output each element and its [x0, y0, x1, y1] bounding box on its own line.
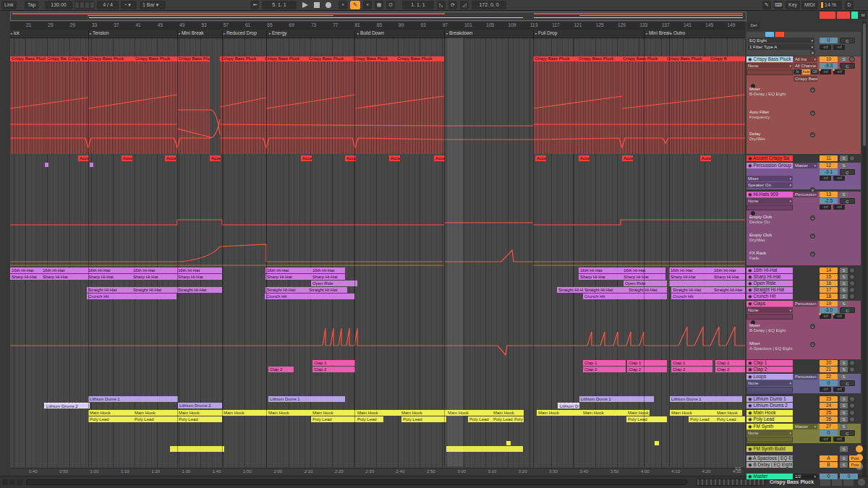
clip-16th-hi-hat[interactable]: 16th Hi-Hat [41, 267, 87, 273]
status-box-2[interactable] [9, 479, 15, 485]
del-button[interactable]: Del [748, 22, 760, 29]
monitor-off[interactable]: Off [811, 69, 819, 74]
track-name-b-delay-eq-eight[interactable]: ◉ B Delay | EQ Eight [746, 462, 793, 468]
send-b-field[interactable]: -inf [833, 176, 845, 181]
locator-ick[interactable]: ick [11, 30, 20, 35]
track-activator[interactable]: 24 [820, 403, 838, 408]
locator-full-drop[interactable]: Full Drop [535, 30, 557, 35]
arm-button[interactable] [849, 410, 855, 416]
send-a-field[interactable]: -inf [820, 69, 831, 74]
remove-lane-button[interactable]: − [810, 87, 815, 93]
io-selector[interactable]: All Ins [793, 56, 817, 62]
status-box-3[interactable] [17, 479, 22, 485]
device-selector[interactable]: EQ Eight [748, 38, 814, 43]
lane-parameter[interactable]: Fade [749, 256, 766, 261]
lane-parameter[interactable]: B-Delay | EQ Eight [749, 328, 786, 333]
clip-main-hook[interactable]: Main Hook [133, 410, 177, 416]
remove-lane-button[interactable]: − [810, 234, 815, 239]
clip-accen[interactable]: Accen [535, 155, 546, 161]
arrangement-overview[interactable] [10, 12, 746, 21]
send-b-field[interactable]: -inf [833, 437, 845, 442]
io-selector[interactable]: Percussion I [793, 374, 817, 380]
device-selector[interactable]: None [746, 307, 793, 313]
clip-sharp-hi-hat[interactable]: Sharp Hi-Hat [265, 274, 311, 280]
clip-crispy-bass-pluck[interactable]: Crispy Bass Pluck [533, 56, 577, 154]
clip-crispy-bass-pluck[interactable]: Crispy Bass Pluck [10, 56, 46, 154]
clip-clap-1[interactable]: Clap 1 [583, 360, 626, 366]
clip-main-hook[interactable]: Main Hook [177, 410, 222, 416]
clip-sharp-hi-hat[interactable]: Sharp Hi-Hat [712, 274, 745, 280]
clip-crispy-bass-pluck[interactable]: Crispy Bass Pluck [307, 56, 352, 154]
tab-icon-blue[interactable] [765, 32, 774, 37]
track-name-hi-hats-909[interactable]: ◉ Hi-Hats 909 [746, 192, 793, 197]
device-selector[interactable]: None [746, 430, 793, 436]
clip-lithium-drum[interactable]: Lithium Drum [558, 403, 579, 408]
clip-16th-hi-hat[interactable]: 16th Hi-Hat [579, 267, 622, 273]
track-name-16th-hi-hat[interactable]: ◉ 16th Hi-Hat [746, 267, 793, 273]
track-name-clap-2[interactable]: ◉ Clap 2 [746, 367, 793, 372]
solo-button[interactable]: S [840, 374, 848, 380]
clip-lithium-dums-1[interactable]: Lithium Dums 1 [579, 396, 654, 402]
clip-accen[interactable]: Accen [301, 155, 312, 161]
io-selector[interactable]: 1/2 [793, 474, 817, 479]
clip-accen[interactable]: Accen [389, 155, 400, 161]
clip-main-hook[interactable]: Main Hook [267, 410, 311, 416]
clip-16th-hi-hat[interactable]: 16th Hi-Hat [311, 267, 345, 273]
track-name-loops[interactable]: ◉ Loops [746, 374, 793, 380]
send-a-field[interactable]: -inf [820, 205, 831, 210]
punch-out-button[interactable]: ◿ [460, 1, 469, 9]
locator-build-down[interactable]: Build Down [357, 30, 384, 35]
device-selector[interactable]: None [746, 198, 793, 204]
solo-button[interactable]: S [840, 462, 848, 468]
device-selector[interactable]: None [746, 63, 793, 69]
lane-parameter[interactable]: Device On [749, 220, 772, 225]
track-activator[interactable]: 18 [820, 294, 838, 299]
clip-crispy-bass-pluck[interactable]: Crispy Bass Pluck [134, 56, 177, 154]
track-activator[interactable]: 21 [820, 367, 838, 372]
clip-accen[interactable]: Accen [122, 155, 132, 161]
mini-keyboard[interactable] [697, 479, 765, 486]
solo-button[interactable]: S [840, 267, 848, 273]
track-activator[interactable]: B [820, 462, 838, 468]
device-selector[interactable]: Crispy Bass [793, 76, 817, 82]
clip-clap-1[interactable]: Clap 1 [627, 360, 667, 366]
clip-crunch-hit[interactable]: Crunch Hit [87, 294, 176, 299]
send-a-field[interactable]: -inf [820, 176, 831, 181]
track-name-main-hook[interactable]: ◉ Main Hook [746, 410, 793, 416]
track-name-straight-hi-hat[interactable]: ◉ Straight Hi-Hat [746, 287, 793, 293]
clip-poly-lead[interactable]: Poly Lead [468, 416, 492, 422]
vertical-scrollbar[interactable] [862, 22, 867, 476]
clip-name-field[interactable] [746, 69, 793, 75]
clip-poly-lead[interactable]: Poly Lead [626, 416, 667, 422]
clip-main-hook[interactable]: Main Hook [582, 410, 626, 416]
scroll-up-button[interactable] [856, 445, 863, 453]
track-activator[interactable]: 19 [820, 301, 838, 307]
volume-field[interactable]: 0 [820, 380, 838, 386]
monitor-in[interactable]: In [793, 69, 801, 74]
clip-straight-hi-hat[interactable]: Straight Hi-Hat [627, 287, 667, 293]
track-name-lithium-dums-1[interactable]: ◉ Lithium Dums 1 [746, 396, 793, 402]
solo-button[interactable]: S [840, 446, 848, 452]
clip-accen[interactable]: Accen [210, 155, 221, 161]
play-button[interactable] [302, 2, 308, 8]
clip-slot-red-2[interactable] [837, 12, 850, 19]
clip-lithium-drums-2[interactable]: Lithium Drums 2 [178, 403, 222, 408]
remove-lane-button[interactable]: − [810, 324, 815, 329]
solo-button[interactable]: S [840, 367, 848, 372]
clip-straight-hi-hat[interactable]: Straight Hi-Hat [671, 287, 712, 293]
track-name-claps[interactable]: ◉ Claps [746, 301, 793, 307]
clip-crispy-b[interactable]: Crispy B [709, 56, 745, 154]
loop-button[interactable]: ⟳ [448, 1, 457, 9]
locator-row[interactable]: ickTensionMini BreakReduced DropEnergyBu… [10, 30, 745, 38]
clip-main-hook[interactable]: Main Hook [88, 410, 133, 416]
clip-crispy-bass-pluck[interactable]: Crispy Bass Pluck [665, 56, 709, 154]
clip-poly-lead[interactable]: Poly Lead [689, 416, 715, 422]
detail-view-toggle[interactable] [858, 479, 865, 486]
solo-button[interactable]: S [840, 294, 848, 299]
track-name-a-spacious-eq-eig[interactable]: ◉ A Spacious | EQ Eig [746, 455, 793, 461]
punch-in-button[interactable]: ◺ [437, 1, 446, 9]
clip-openride[interactable] [669, 281, 745, 286]
send-b-field[interactable]: -inf [833, 205, 845, 210]
clip-crunch-hit[interactable]: Crunch Hit [583, 294, 667, 299]
arm-button[interactable] [849, 274, 855, 280]
